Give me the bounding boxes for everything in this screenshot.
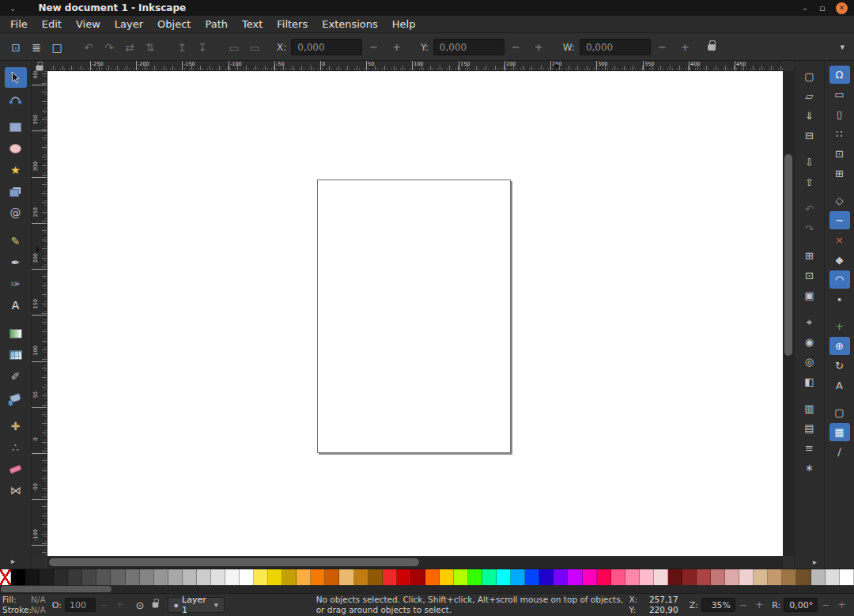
close-button[interactable]: ✕	[836, 2, 848, 14]
select-all-icon[interactable]: ≣	[27, 38, 46, 57]
snap-paths[interactable]: ∼	[829, 211, 850, 229]
document-open[interactable]: ▱	[799, 87, 820, 105]
snap-grids[interactable]: ▦	[829, 423, 850, 441]
palette-swatch[interactable]	[468, 569, 482, 585]
mesh-gradient-tool[interactable]	[5, 345, 27, 365]
zoom-page[interactable]: ◎	[799, 353, 820, 371]
tweak-tool[interactable]: ✚	[5, 416, 27, 436]
ellipse-tool[interactable]	[5, 138, 27, 159]
text-tool[interactable]: A	[5, 295, 27, 316]
palette-swatch[interactable]	[11, 569, 25, 585]
palette-swatch[interactable]	[111, 569, 125, 585]
palette-scrollbar[interactable]	[0, 585, 854, 593]
rotation-input[interactable]: 0,00°	[784, 598, 818, 612]
palette-swatch[interactable]	[240, 569, 254, 585]
snap-rotation-centers[interactable]: ↻	[829, 357, 850, 375]
rotate-cw-icon[interactable]: ↷	[100, 38, 119, 57]
palette-swatch[interactable]	[211, 569, 225, 585]
menu-item-help[interactable]: Help	[385, 16, 423, 32]
menu-item-file[interactable]: File	[3, 16, 35, 32]
document-import[interactable]: ⇩	[799, 153, 820, 172]
palette-swatch[interactable]	[183, 569, 197, 585]
objects-dialog[interactable]: ≡	[799, 439, 820, 457]
preferences[interactable]: ∗	[799, 459, 820, 477]
palette-swatch[interactable]	[40, 569, 54, 585]
lock-width-icon[interactable]: ▭	[225, 38, 244, 57]
paint-bucket-tool[interactable]	[5, 387, 27, 408]
rotation-decrement-button[interactable]: −	[818, 599, 833, 610]
palette-swatch[interactable]	[768, 569, 782, 585]
snap-enable[interactable]: Ω	[829, 66, 850, 84]
eraser-tool[interactable]	[5, 459, 27, 479]
horizontal-scrollbar[interactable]	[47, 557, 783, 569]
palette-swatch[interactable]	[811, 569, 826, 585]
palette-swatch[interactable]	[597, 569, 611, 585]
document-new[interactable]: ▢	[799, 67, 820, 85]
selection-settings-icon[interactable]: ⊡	[6, 38, 25, 57]
paste[interactable]: ⊡	[799, 266, 820, 285]
opacity-increment-button[interactable]: +	[112, 599, 128, 610]
palette-swatch[interactable]	[225, 569, 240, 585]
calligraphy-tool[interactable]: ✑	[5, 274, 27, 294]
zoom-out-button[interactable]: −	[735, 599, 751, 610]
x-input[interactable]: 0,000	[291, 39, 362, 55]
palette-swatch[interactable]	[339, 569, 353, 585]
opacity-input[interactable]: 100	[65, 598, 96, 612]
palette-swatch[interactable]	[25, 569, 40, 585]
snap-smooth-nodes[interactable]: ◠	[829, 270, 850, 289]
palette-swatch[interactable]	[697, 569, 711, 585]
layers-dialog[interactable]: ▤	[799, 419, 820, 437]
snap-midpoints[interactable]: ∙	[829, 290, 850, 308]
flip-vertical-icon[interactable]: ⇅	[141, 38, 160, 57]
palette-swatch[interactable]	[96, 569, 111, 585]
palette-swatch[interactable]	[826, 569, 840, 585]
layer-visibility-icon[interactable]: ⊙	[136, 599, 145, 611]
select-all-layers-icon[interactable]: □	[47, 38, 66, 57]
menu-item-edit[interactable]: Edit	[35, 16, 69, 32]
palette-swatch[interactable]	[325, 569, 339, 585]
snap-guides[interactable]: ∕	[829, 443, 850, 461]
dropper-tool[interactable]: ✐	[5, 366, 27, 387]
snap-nodes[interactable]: ◇	[829, 191, 850, 210]
snap-text-baselines[interactable]: A	[829, 376, 850, 395]
palette-swatch[interactable]	[454, 569, 468, 585]
spray-tool[interactable]: ∴	[5, 437, 27, 458]
snap-path-intersections[interactable]: ×	[829, 231, 850, 249]
palette-swatch[interactable]	[354, 569, 368, 585]
palette-swatch[interactable]	[68, 569, 82, 585]
canvas[interactable]	[47, 71, 783, 556]
snap-object-centers[interactable]: ⊕	[829, 337, 850, 355]
palette-swatch[interactable]	[411, 569, 425, 585]
vertical-scrollbar[interactable]	[783, 71, 794, 556]
palette-swatch[interactable]	[611, 569, 625, 585]
menu-item-layer[interactable]: Layer	[108, 16, 150, 32]
vertical-ruler[interactable]: 400350300250200150100500-50-100	[32, 71, 47, 556]
flip-horizontal-icon[interactable]: ⇄	[120, 38, 139, 57]
connector-tool[interactable]: ⋈	[5, 480, 27, 501]
toolbar-overflow-icon[interactable]: ▾	[840, 42, 845, 52]
gradient-tool[interactable]	[5, 323, 27, 344]
snap-bbox-edge-midpoints[interactable]: ⊡	[829, 145, 850, 163]
pen-tool[interactable]: ✒	[5, 252, 27, 273]
opacity-decrement-button[interactable]: −	[96, 599, 111, 610]
menu-item-path[interactable]: Path	[198, 16, 235, 32]
raise-icon[interactable]: ↥	[172, 38, 191, 57]
palette-swatch[interactable]	[568, 569, 582, 585]
guide-lock-icon[interactable]	[36, 65, 43, 70]
palette-swatch[interactable]	[511, 569, 525, 585]
palette-swatch[interactable]	[140, 569, 154, 585]
palette-swatch[interactable]	[154, 569, 168, 585]
y-decrement-button[interactable]: −	[504, 41, 527, 53]
palette-swatch[interactable]	[754, 569, 768, 585]
w-input[interactable]: 0,000	[580, 39, 651, 55]
palette-swatch[interactable]	[583, 569, 597, 585]
palette-swatch[interactable]	[425, 569, 440, 585]
palette-swatch[interactable]	[525, 569, 539, 585]
zoom-input[interactable]: 35%	[701, 598, 735, 612]
menu-item-text[interactable]: Text	[235, 16, 270, 32]
palette-swatch[interactable]	[311, 569, 325, 585]
maximize-button[interactable]: ▫	[814, 3, 831, 13]
palette-swatch-none[interactable]	[0, 569, 11, 585]
palette-swatch[interactable]	[368, 569, 383, 585]
spiral-tool[interactable]: @	[5, 202, 27, 223]
